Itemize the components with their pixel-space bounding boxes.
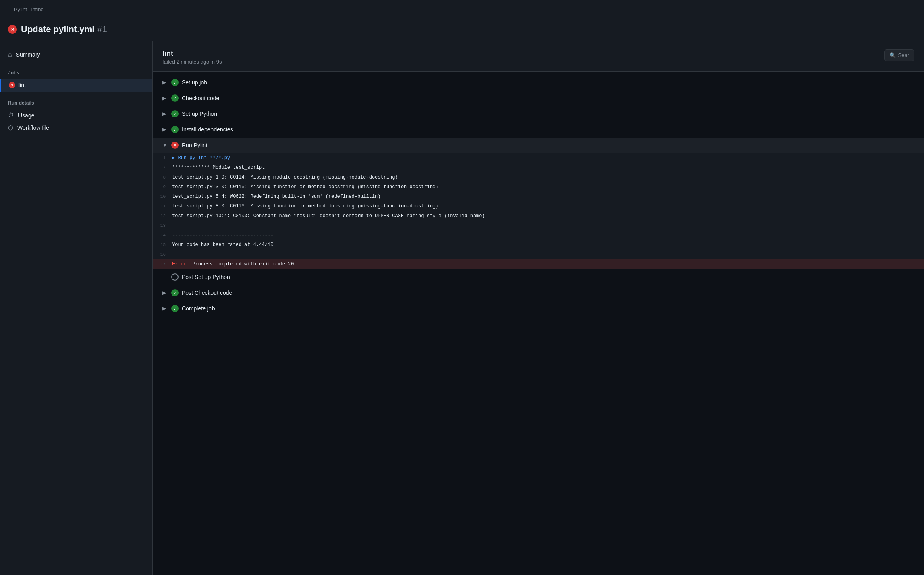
chevron-down-icon: ▼ bbox=[162, 142, 168, 148]
sidebar-summary-label: Summary bbox=[16, 51, 40, 58]
step-label: Post Set up Python bbox=[182, 274, 230, 280]
line-content: ▶ Run pylint **/*.py bbox=[172, 154, 924, 162]
step-checkout-code[interactable]: ▶ ✓ Checkout code bbox=[153, 90, 924, 106]
step-success-icon: ✓ bbox=[171, 79, 179, 86]
topbar: ← Pylint Linting bbox=[0, 0, 924, 19]
step-success-icon: ✓ bbox=[171, 305, 179, 312]
step-label: Checkout code bbox=[182, 95, 219, 101]
content-area: lint failed 2 minutes ago in 9s 🔍 Sear ▶… bbox=[153, 41, 924, 575]
step-install-dependencies[interactable]: ▶ ✓ Install dependencies bbox=[153, 122, 924, 138]
job-error-icon bbox=[9, 82, 15, 88]
sidebar-job-lint-label: lint bbox=[18, 82, 26, 88]
run-status-icon bbox=[8, 25, 17, 34]
search-label: Sear bbox=[898, 52, 909, 58]
step-post-set-up-python[interactable]: Post Set up Python bbox=[153, 269, 924, 285]
step-label: Post Checkout code bbox=[182, 290, 232, 296]
code-line: 10 test_script.py:5:4: W0622: Redefining… bbox=[153, 192, 924, 201]
sidebar: ⌂ Summary Jobs lint Run details ⏱ Usage … bbox=[0, 41, 153, 575]
line-content: Your code has been rated at 4.44/10 bbox=[172, 241, 924, 249]
sidebar-item-summary[interactable]: ⌂ Summary bbox=[0, 48, 152, 62]
line-content: test_script.py:1:0: C0114: Missing modul… bbox=[172, 173, 924, 181]
run-details-label: Run details bbox=[0, 99, 152, 109]
sidebar-job-lint[interactable]: lint bbox=[0, 79, 152, 92]
code-line: 13 bbox=[153, 221, 924, 230]
step-success-icon: ✓ bbox=[171, 126, 179, 133]
workflow-icon: ⬡ bbox=[8, 124, 13, 131]
step-post-checkout-code[interactable]: ▶ ✓ Post Checkout code bbox=[153, 285, 924, 301]
step-set-up-job[interactable]: ▶ ✓ Set up job bbox=[153, 75, 924, 90]
step-error-icon: ✕ bbox=[171, 142, 179, 149]
step-label: Set up Python bbox=[182, 111, 217, 117]
line-number: 11 bbox=[153, 202, 172, 210]
sidebar-item-workflow[interactable]: ⬡ Workflow file bbox=[0, 121, 152, 134]
line-number: 10 bbox=[153, 193, 172, 201]
steps-container: ▶ ✓ Set up job ▶ ✓ Checkout code ▶ ✓ Set… bbox=[153, 72, 924, 320]
step-run-pylint[interactable]: ▼ ✕ Run Pylint bbox=[153, 138, 924, 153]
code-error-line: 17 Error: Process completed with exit co… bbox=[153, 259, 924, 269]
home-icon: ⌂ bbox=[8, 51, 12, 58]
line-number: 16 bbox=[153, 251, 172, 259]
back-navigation[interactable]: ← Pylint Linting bbox=[6, 6, 44, 12]
job-subtitle: failed 2 minutes ago in 9s bbox=[162, 59, 222, 65]
job-header-info: lint failed 2 minutes ago in 9s bbox=[162, 49, 222, 65]
workflow-label: Workflow file bbox=[17, 125, 49, 131]
line-number: 13 bbox=[153, 222, 172, 230]
sidebar-item-usage[interactable]: ⏱ Usage bbox=[0, 109, 152, 121]
search-icon: 🔍 bbox=[889, 52, 896, 58]
step-pending-icon bbox=[171, 273, 179, 281]
titlebar: Update pylint.yml #1 bbox=[0, 19, 924, 41]
step-success-icon: ✓ bbox=[171, 94, 179, 102]
job-title: lint bbox=[162, 49, 222, 58]
step-set-up-python[interactable]: ▶ ✓ Set up Python bbox=[153, 106, 924, 122]
jobs-section-label: Jobs bbox=[0, 68, 152, 79]
line-number: 17 bbox=[153, 260, 172, 268]
chevron-right-icon: ▶ bbox=[162, 127, 168, 132]
step-success-icon: ✓ bbox=[171, 289, 179, 296]
step-label: Run Pylint bbox=[182, 142, 207, 148]
line-content: test_script.py:8:0: C0116: Missing funct… bbox=[172, 202, 924, 210]
chevron-right-icon: ▶ bbox=[162, 306, 168, 311]
code-output: 1 ▶ Run pylint **/*.py 7 ************* M… bbox=[153, 153, 924, 269]
step-label: Install dependencies bbox=[182, 126, 233, 133]
code-line: 9 test_script.py:3:0: C0116: Missing fun… bbox=[153, 182, 924, 192]
step-label: Set up job bbox=[182, 79, 207, 86]
line-content: test_script.py:5:4: W0622: Redefining bu… bbox=[172, 193, 924, 201]
step-success-icon: ✓ bbox=[171, 110, 179, 117]
code-line: 15 Your code has been rated at 4.44/10 bbox=[153, 240, 924, 250]
sidebar-divider-2 bbox=[8, 95, 144, 95]
chevron-right-icon: ▶ bbox=[162, 290, 168, 296]
step-label: Complete job bbox=[182, 305, 215, 312]
chevron-right-icon: ▶ bbox=[162, 111, 168, 117]
search-button[interactable]: 🔍 Sear bbox=[884, 49, 914, 61]
line-content bbox=[172, 251, 924, 259]
back-arrow: ← bbox=[6, 6, 12, 12]
line-number: 14 bbox=[153, 231, 172, 239]
line-content: test_script.py:3:0: C0116: Missing funct… bbox=[172, 183, 924, 191]
line-content: Error: Process completed with exit code … bbox=[172, 260, 924, 268]
code-line: 11 test_script.py:8:0: C0116: Missing fu… bbox=[153, 201, 924, 211]
line-content: ----------------------------------- bbox=[172, 231, 924, 239]
run-title: Update pylint.yml #1 bbox=[21, 24, 107, 35]
chevron-right-icon: ▶ bbox=[162, 95, 168, 101]
chevron-right-icon: ▶ bbox=[162, 80, 168, 85]
line-number: 12 bbox=[153, 212, 172, 220]
code-line: 8 test_script.py:1:0: C0114: Missing mod… bbox=[153, 172, 924, 182]
line-number: 9 bbox=[153, 183, 172, 191]
back-label: Pylint Linting bbox=[14, 6, 44, 12]
code-line: 12 test_script.py:13:4: C0103: Constant … bbox=[153, 211, 924, 221]
line-content bbox=[172, 222, 924, 230]
line-number: 1 bbox=[153, 154, 172, 162]
main-layout: ⌂ Summary Jobs lint Run details ⏱ Usage … bbox=[0, 41, 924, 575]
line-content: test_script.py:13:4: C0103: Constant nam… bbox=[172, 212, 924, 220]
step-complete-job[interactable]: ▶ ✓ Complete job bbox=[153, 301, 924, 316]
code-line: 7 ************* Module test_script bbox=[153, 163, 924, 172]
usage-label: Usage bbox=[18, 112, 34, 119]
job-header: lint failed 2 minutes ago in 9s 🔍 Sear bbox=[153, 41, 924, 72]
sidebar-divider-1 bbox=[8, 65, 144, 65]
code-line: 1 ▶ Run pylint **/*.py bbox=[153, 153, 924, 163]
code-line: 16 bbox=[153, 250, 924, 259]
clock-icon: ⏱ bbox=[8, 112, 14, 119]
line-number: 7 bbox=[153, 164, 172, 172]
line-number: 15 bbox=[153, 241, 172, 249]
line-number: 8 bbox=[153, 173, 172, 181]
